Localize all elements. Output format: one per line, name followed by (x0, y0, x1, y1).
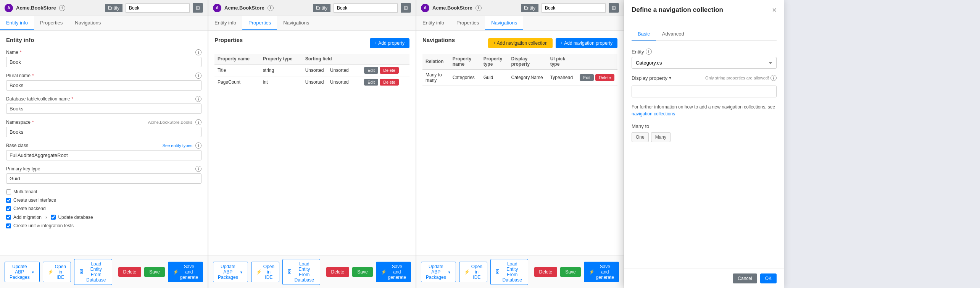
delete-btn-3[interactable]: Delete (534, 267, 558, 277)
info-icon-3[interactable]: ℹ (475, 5, 482, 11)
nav-prop-name: Categories (450, 70, 480, 86)
delete-pagecount-btn[interactable]: Delete (380, 79, 399, 86)
field-pk-input[interactable] (6, 173, 201, 184)
delete-nav-btn[interactable]: Delete (595, 74, 614, 81)
col-property-type: Property type (260, 54, 302, 64)
checkbox-update-db-input[interactable] (51, 215, 56, 220)
field-primary-key: Primary key type ℹ (6, 166, 201, 184)
checkbox-unit-tests-input[interactable] (6, 223, 11, 228)
modal-tab-advanced[interactable]: Advanced (656, 28, 690, 40)
app-name-2: Acme.BookStore (224, 5, 264, 11)
tab-navigations-2[interactable]: Navigations (277, 16, 315, 30)
checkbox-multi-tenant-input[interactable] (6, 189, 11, 194)
field-db-info[interactable]: ℹ (195, 96, 201, 102)
edit-title-btn[interactable]: Edit (364, 67, 378, 74)
display-prop-input[interactable]: Name (632, 86, 777, 97)
entity-icon-btn-2[interactable]: ⊞ (401, 3, 411, 13)
edit-nav-btn[interactable]: Edit (580, 74, 594, 81)
load-entity-btn-3[interactable]: 🗄 Load Entity From Database (490, 259, 528, 285)
save-generate-btn-1[interactable]: ⚡ Save and generate (168, 262, 203, 282)
field-name-info[interactable]: ℹ (195, 49, 201, 55)
load-entity-btn-2[interactable]: 🗄 Load Entity From Database (282, 259, 320, 285)
panel-entity-info: A Acme.BookStore ℹ Entity ⊞ Entity info … (0, 0, 208, 288)
save-btn-3[interactable]: Save (560, 267, 580, 277)
nav-collections-link[interactable]: navigation collections (632, 111, 675, 116)
many-to-options: One Many (632, 132, 777, 142)
field-namespace-input[interactable] (6, 127, 201, 137)
checkbox-create-ui-label: Create user interface (13, 197, 56, 203)
delete-btn-2[interactable]: Delete (326, 267, 350, 277)
modal-ok-btn[interactable]: OK (760, 273, 777, 283)
field-base-info[interactable]: ℹ (195, 142, 201, 149)
load-entity-btn-1[interactable]: 🗄 Load Entity From Database (74, 259, 112, 285)
add-nav-collection-btn[interactable]: + Add navigation collection (488, 38, 552, 48)
entity-input-2[interactable] (334, 3, 398, 13)
add-nav-property-btn[interactable]: + Add navigation property (556, 38, 617, 48)
open-ide-btn-2[interactable]: ⚡ Open in IDE (251, 262, 279, 282)
many-to-option[interactable]: Many (651, 132, 671, 142)
open-ide-btn-1[interactable]: ⚡ Open in IDE (43, 262, 71, 282)
modal-entity-info-icon[interactable]: ℹ (646, 49, 652, 55)
field-plural-name: Plural name * ℹ (6, 73, 201, 91)
field-db-input[interactable] (6, 104, 201, 114)
modal-close-btn[interactable]: × (772, 6, 777, 14)
see-entity-types-link[interactable]: See entity types (163, 143, 192, 148)
delete-title-btn[interactable]: Delete (380, 67, 399, 74)
field-plural-info[interactable]: ℹ (195, 73, 201, 79)
tab-entity-info-1[interactable]: Entity info (0, 16, 34, 30)
entity-input-1[interactable] (126, 3, 190, 13)
panel-properties: A Acme.BookStore ℹ Entity ⊞ Entity info … (208, 0, 416, 288)
modal-cancel-btn[interactable]: Cancel (733, 273, 757, 283)
entity-icon-btn-1[interactable]: ⊞ (193, 3, 203, 13)
tab-properties-3[interactable]: Properties (450, 16, 485, 30)
update-abp-btn-2[interactable]: Update ABP Packages (213, 262, 248, 282)
field-namespace-label: Namespace (6, 120, 31, 125)
checkbox-create-backend-input[interactable] (6, 206, 11, 211)
modal-entity-select[interactable]: Category.cs (632, 57, 777, 69)
save-btn-2[interactable]: Save (352, 267, 372, 277)
save-btn-1[interactable]: Save (144, 267, 164, 277)
checkbox-unit-tests: Create unit & integration tests (6, 223, 201, 228)
checkbox-unit-tests-label: Create unit & integration tests (13, 223, 74, 228)
col-property-name: Property name (214, 54, 260, 64)
field-name-input[interactable] (6, 57, 201, 67)
tab-properties-1[interactable]: Properties (34, 16, 69, 30)
open-ide-btn-3[interactable]: ⚡ Open in IDE (459, 262, 487, 282)
tab-entity-info-3[interactable]: Entity info (416, 16, 450, 30)
field-name-label: Name (6, 50, 18, 55)
update-abp-btn-3[interactable]: Update ABP Packages (421, 262, 456, 282)
display-prop-label: Display property (632, 75, 667, 81)
table-row: Many to many Categories Guid Category.Na… (422, 70, 617, 86)
tab-properties-2[interactable]: Properties (242, 16, 277, 30)
panel2-tabs: Entity info Properties Navigations (208, 16, 416, 31)
save-generate-btn-2[interactable]: ⚡ Save and generate (376, 262, 411, 282)
tab-entity-info-2[interactable]: Entity info (208, 16, 242, 30)
add-property-btn[interactable]: + Add property (370, 38, 409, 48)
modal-tab-basic[interactable]: Basic (632, 28, 656, 40)
navigations-title: Navigations (422, 37, 455, 43)
panel2-header: A Acme.BookStore ℹ Entity ⊞ (208, 0, 416, 16)
info-icon-1[interactable]: ℹ (59, 5, 65, 11)
field-plural-label: Plural name (6, 73, 31, 78)
entity-input-3[interactable] (542, 3, 606, 13)
display-prop-info-icon[interactable]: ℹ (770, 75, 777, 81)
save-generate-btn-3[interactable]: ⚡ Save and generate (584, 262, 619, 282)
tab-navigations-1[interactable]: Navigations (69, 16, 107, 30)
namespace-hint: Acme.BookStore.Books (148, 120, 192, 125)
field-base-input[interactable] (6, 150, 201, 160)
many-to-option[interactable]: One (632, 132, 649, 142)
field-namespace-info[interactable]: ℹ (195, 119, 201, 125)
delete-btn-1[interactable]: Delete (118, 267, 142, 277)
edit-pagecount-btn[interactable]: Edit (364, 79, 378, 86)
update-abp-btn-1[interactable]: Update ABP Packages (5, 262, 40, 282)
field-plural-input[interactable] (6, 80, 201, 91)
checkbox-create-ui-input[interactable] (6, 198, 11, 203)
app-logo-1: A (5, 4, 13, 12)
checkbox-add-migration-input[interactable] (6, 215, 11, 220)
modal-entity-label: Entity (632, 49, 644, 55)
field-pk-info[interactable]: ℹ (195, 166, 201, 172)
tab-navigations-3[interactable]: Navigations (485, 16, 523, 30)
properties-title: Properties (214, 37, 243, 43)
info-icon-2[interactable]: ℹ (268, 5, 274, 11)
entity-icon-btn-3[interactable]: ⊞ (609, 3, 619, 13)
